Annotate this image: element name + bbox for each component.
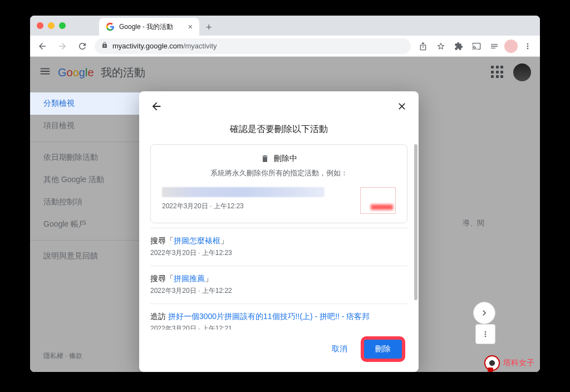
blurred-activity-title [162,187,325,197]
scrollbar[interactable] [414,144,417,300]
next-arrow-button[interactable] [473,302,495,324]
activity-link[interactable]: 拼圖怎麼裱框 [174,236,220,245]
deleting-description: 系統將永久刪除你所有的指定活動，例如： [162,168,396,178]
tab-title: Google - 我的活動 [119,22,173,32]
activity-preview: 2022年3月20日 · 上午12:23 [162,187,396,214]
close-icon[interactable] [396,101,407,115]
minimize-window-button[interactable] [48,22,55,29]
trash-icon [261,154,269,163]
activity-timestamp: 2022年3月20日 · 上午12:23 [150,248,407,258]
back-arrow-icon[interactable] [150,100,163,115]
dialog-footer: 取消 刪除 [139,330,419,372]
address-bar: myactivity.google.com/myactivity [30,36,540,57]
forward-button[interactable] [55,38,70,54]
deleting-header: 刪除中 [162,154,396,164]
watermark: 塔科女子 [484,355,534,371]
activity-item: 搜尋「拼圖怎麼裱框」 2022年3月20日 · 上午12:23 [150,228,407,266]
bookmark-star-icon[interactable] [433,38,449,54]
tabs-bar: Google - 我的活動 × + [99,16,214,36]
watermark-icon [484,355,500,371]
menu-icon[interactable] [520,38,535,54]
browser-tab[interactable]: Google - 我的活動 × [99,18,199,36]
dialog-body: 刪除中 系統將永久刪除你所有的指定活動，例如： 2022年3月20日 · 上午1… [139,144,419,330]
lock-icon [101,42,108,50]
url-text: myactivity.google.com/myactivity [112,42,217,50]
maximize-window-button[interactable] [59,22,66,29]
browser-window: Google - 我的活動 × + myactivity.google.com/… [30,16,540,372]
back-button[interactable] [35,38,50,54]
background-text: 導、閱 [463,218,484,228]
activity-timestamp: 2022年3月20日 · 上午12:23 [162,202,353,211]
window-titlebar: Google - 我的活動 × + [30,16,540,36]
toolbar-icons [415,38,535,54]
activity-label: 搜尋「拼圖推薦」 [150,274,407,284]
delete-button-highlight: 刪除 [361,336,405,362]
activity-label: 造訪 拼好一個3000片拼圖該有的11個技巧!!(上) - 拼吧!! - 痞客邦 [150,312,407,322]
activity-link[interactable]: 拼好一個3000片拼圖該有的11個技巧!!(上) - 拼吧!! - 痞客邦 [168,312,370,321]
traffic-lights [37,22,66,29]
activity-label: 搜尋「拼圖怎麼裱框」 [150,236,407,246]
watermark-text: 塔科女子 [503,358,534,368]
delete-preview-section: 刪除中 系統將永久刪除你所有的指定活動，例如： 2022年3月20日 · 上午1… [150,144,407,223]
new-tab-button[interactable]: + [204,19,214,36]
sidebar-footer[interactable]: 隱私權 · 條款 [43,351,82,361]
close-window-button[interactable] [37,22,43,29]
dialog-title: 確認是否要刪除以下活動 [139,124,419,135]
activity-link[interactable]: 拼圖推薦 [174,274,205,283]
activity-thumbnail [360,187,396,214]
activity-timestamp: 2022年3月20日 · 上午12:21 [150,324,407,330]
cast-icon[interactable] [469,38,484,54]
url-bar[interactable]: myactivity.google.com/myactivity [95,38,411,54]
share-icon[interactable] [415,38,431,54]
extensions-icon[interactable] [451,38,466,54]
tab-close-icon[interactable]: × [188,22,193,31]
dialog-header [139,91,419,124]
google-favicon [106,22,115,31]
delete-button[interactable]: 刪除 [364,340,402,359]
confirm-delete-dialog: 確認是否要刪除以下活動 刪除中 系統將永久刪除你所有的指定活動，例如： 2022… [139,91,419,372]
more-options-button[interactable] [475,324,495,344]
reload-button[interactable] [75,38,90,54]
cancel-button[interactable]: 取消 [323,340,356,359]
activity-timestamp: 2022年3月20日 · 上午12:22 [150,286,407,296]
activity-item: 造訪 拼好一個3000片拼圖該有的11個技巧!!(上) - 拼吧!! - 痞客邦… [150,303,407,330]
reading-list-icon[interactable] [487,38,502,54]
page-content: Google 我的活動 分類檢視 項目檢視 依日期刪除活動 其他 Google … [30,57,540,372]
activity-item: 搜尋「拼圖推薦」 2022年3月20日 · 上午12:22 [150,266,407,303]
profile-avatar[interactable] [504,40,518,53]
